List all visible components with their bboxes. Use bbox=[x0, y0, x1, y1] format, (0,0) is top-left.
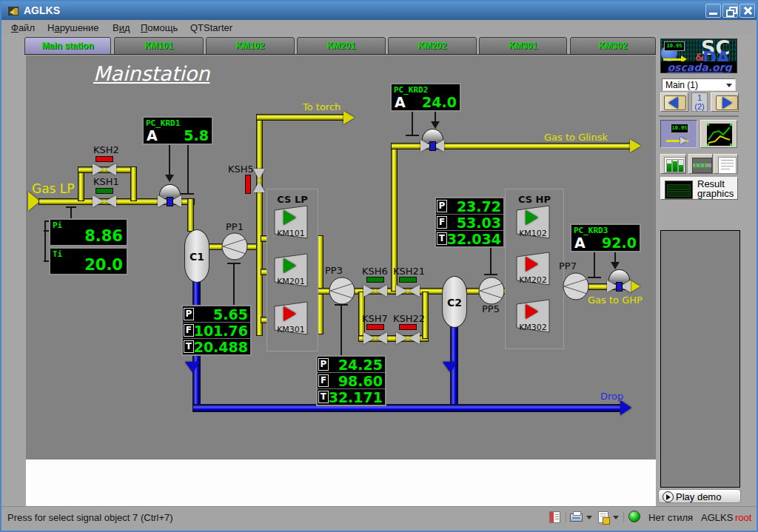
view-select[interactable]: Main (1) bbox=[662, 78, 736, 91]
pump-label: PP5 bbox=[482, 303, 500, 314]
compressor-label: KM101 bbox=[274, 229, 308, 238]
signal-line bbox=[181, 193, 194, 195]
logo-mini-display: 10.95 bbox=[664, 41, 685, 51]
compressor-label: KM201 bbox=[274, 277, 308, 286]
signal-line bbox=[44, 220, 46, 262]
compressor-km202[interactable]: KM202 bbox=[516, 252, 550, 286]
pump-pp5-icon[interactable] bbox=[478, 277, 505, 305]
flow-label-to-torch: To torch bbox=[303, 101, 341, 112]
valve-ksh6-icon[interactable] bbox=[363, 285, 387, 297]
page-current: 1 bbox=[692, 93, 707, 102]
graphics-view-button[interactable] bbox=[700, 120, 737, 148]
title-bar[interactable]: AGLKS bbox=[1, 1, 757, 20]
manual-book-icon[interactable] bbox=[549, 511, 560, 523]
display-value: 20.0 bbox=[84, 256, 123, 274]
pump-pp7-icon[interactable] bbox=[563, 272, 589, 300]
display-pft-pp3[interactable]: P24.25 F98.60 T32.171 bbox=[316, 355, 386, 406]
tab-km202[interactable]: KM202 bbox=[388, 37, 477, 55]
valve-state-ksh5[interactable] bbox=[245, 175, 251, 194]
pump-pp1-icon[interactable] bbox=[221, 232, 248, 260]
restore-icon[interactable] bbox=[722, 4, 738, 18]
signal-line bbox=[490, 246, 492, 275]
valve-ksh5-icon[interactable] bbox=[253, 169, 265, 192]
tab-main-station[interactable]: Main station bbox=[24, 37, 111, 55]
logo-site-link[interactable]: oscada.org bbox=[661, 61, 737, 73]
play-icon bbox=[663, 491, 674, 502]
valve-ksh21-icon[interactable] bbox=[396, 285, 420, 297]
result-graphics-label: Result graphics bbox=[697, 179, 737, 198]
printer-menu-chevron-icon[interactable] bbox=[586, 516, 592, 519]
sidebar-separator bbox=[659, 115, 739, 117]
tab-km201[interactable]: KM201 bbox=[297, 37, 386, 55]
valve-ksh1-icon[interactable] bbox=[93, 195, 116, 207]
menu-violation[interactable]: Нарушение bbox=[47, 22, 99, 33]
export-menu-chevron-icon[interactable] bbox=[613, 516, 619, 519]
gauges-view-button[interactable] bbox=[660, 154, 686, 174]
document-view-button[interactable] bbox=[714, 154, 738, 174]
play-demo-button[interactable]: Play demo bbox=[658, 489, 741, 503]
pipe-segment bbox=[256, 114, 263, 336]
menu-help[interactable]: Помощь bbox=[141, 22, 178, 33]
view-select-value: Main (1) bbox=[665, 80, 698, 90]
gauges-icon bbox=[664, 157, 685, 173]
next-page-button[interactable] bbox=[711, 92, 739, 112]
display-pft-pp5[interactable]: P23.72 F53.03 T32.034 bbox=[435, 197, 505, 248]
valve-label: KSH1 bbox=[93, 176, 119, 187]
alarm-led-icon[interactable] bbox=[628, 511, 640, 522]
valve-ksh22-icon[interactable] bbox=[396, 332, 420, 344]
display-value: 8.86 bbox=[84, 227, 123, 245]
valve-state-ksh22[interactable] bbox=[399, 324, 417, 330]
valve-state-ksh2[interactable] bbox=[95, 156, 113, 162]
compressor-km302[interactable]: KM302 bbox=[516, 299, 550, 333]
signal-line bbox=[594, 252, 595, 278]
menu-view[interactable]: Вид bbox=[113, 22, 130, 33]
display-pft-c1[interactable]: P5.65 F101.76 T20.488 bbox=[181, 305, 252, 356]
oscilloscope-view-button[interactable] bbox=[688, 154, 713, 174]
tab-km102[interactable]: KM102 bbox=[206, 37, 295, 55]
display-pc-krd3[interactable]: PC_KRD3 A 92.0 bbox=[570, 223, 641, 252]
pipe-segment bbox=[256, 114, 345, 121]
play-demo-label: Play demo bbox=[676, 491, 721, 502]
signal-arrow bbox=[431, 121, 440, 129]
menu-file[interactable]: Файл bbox=[11, 22, 35, 33]
mnemo-view-button[interactable]: 10.95 bbox=[660, 120, 697, 148]
prev-page-button[interactable] bbox=[660, 92, 688, 112]
display-pi[interactable]: Pi 8.86 bbox=[49, 218, 128, 246]
compressor-km102[interactable]: KM102 bbox=[516, 205, 550, 239]
compressor-km201[interactable]: KM201 bbox=[274, 253, 308, 287]
oscilloscope-icon bbox=[692, 158, 712, 173]
mnemo-valve-icon bbox=[680, 137, 687, 144]
chart-icon bbox=[707, 124, 732, 146]
tab-km302[interactable]: KM302 bbox=[570, 37, 656, 55]
display-pc-krd1[interactable]: PC_KRD1 A 5.8 bbox=[142, 116, 213, 145]
valve-state-ksh1[interactable] bbox=[95, 188, 113, 194]
display-mode: A bbox=[147, 127, 158, 144]
close-icon[interactable] bbox=[739, 4, 755, 18]
flow-label-gas-lp: Gas LP bbox=[32, 181, 75, 196]
signal-line bbox=[588, 277, 601, 278]
tab-km101[interactable]: KM101 bbox=[114, 37, 204, 55]
printer-icon[interactable] bbox=[570, 514, 583, 522]
valve-state-ksh21[interactable] bbox=[399, 277, 417, 283]
pipe-arrow-glinsk bbox=[630, 139, 641, 152]
compressor-label: KM202 bbox=[516, 275, 550, 285]
tab-km301[interactable]: KM301 bbox=[479, 37, 567, 55]
pft-row: F98.60 bbox=[318, 373, 385, 389]
minimize-icon[interactable] bbox=[705, 4, 721, 18]
valve-ksh2-icon[interactable] bbox=[93, 164, 116, 175]
compressor-km101[interactable]: KM101 bbox=[274, 205, 308, 239]
display-ti[interactable]: Ti 20.0 bbox=[49, 247, 128, 275]
export-doc-icon[interactable] bbox=[598, 511, 608, 523]
result-graphics-button[interactable]: Result graphics bbox=[660, 177, 738, 200]
valve-ksh7-icon[interactable] bbox=[363, 332, 387, 344]
status-separator bbox=[623, 512, 624, 522]
pft-row: P23.72 bbox=[436, 198, 503, 215]
sidebar-panel-box bbox=[660, 230, 740, 488]
compressor-km301[interactable]: KM301 bbox=[274, 301, 308, 335]
valve-state-ksh7[interactable] bbox=[366, 324, 384, 330]
oscada-logo[interactable]: 10.95 SC & DA oscada.org bbox=[660, 38, 737, 73]
menu-qtstarter[interactable]: QTStarter bbox=[190, 22, 232, 33]
pump-pp3-icon[interactable] bbox=[329, 277, 355, 305]
valve-state-ksh6[interactable] bbox=[366, 277, 384, 283]
display-pc-krd2[interactable]: PC_KRD2 A 24.0 bbox=[390, 83, 461, 112]
